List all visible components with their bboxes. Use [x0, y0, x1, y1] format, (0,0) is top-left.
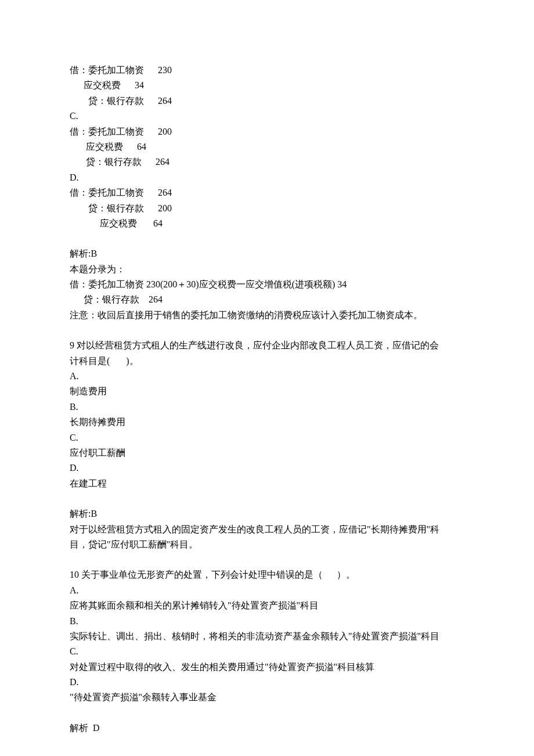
option-c-text: 对处置过程中取得的收入、发生的相关费用通过"待处置资产损溢"科目核算	[70, 660, 470, 675]
q9-stem: 9 对以经营租赁方式租人的生产线进行改良，应付企业内部改良工程人员工资，应借记的…	[70, 338, 470, 353]
text-line: 借：委托加工物资 230	[70, 63, 470, 78]
text-line: 贷：银行存款 200	[70, 201, 470, 216]
text-line: 对于以经营租赁方式租入的固定资产发生的改良工程人员的工资，应借记"长期待摊费用"…	[70, 522, 470, 537]
text-line: 应交税费 64	[70, 139, 470, 154]
entry-pre-block: 借：委托加工物资 230 应交税费 34 贷：银行存款 264 C. 借：委托加…	[70, 63, 470, 231]
text-line: 注意：收回后直接用于销售的委托加工物资缴纳的消费税应该计入委托加工物资成本。	[70, 308, 470, 323]
text-line: 借：委托加工物资 264	[70, 185, 470, 200]
option-d-label: D.	[70, 170, 470, 185]
q9-analysis-block: 解析:B 对于以经营租赁方式租入的固定资产发生的改良工程人员的工资，应借记"长期…	[70, 506, 470, 552]
option-d-label: D.	[70, 460, 470, 476]
option-c-label: C.	[70, 430, 470, 445]
option-a-label: A.	[70, 583, 470, 598]
option-a-text: 制造费用	[70, 384, 470, 399]
option-b-text: 长期待摊费用	[70, 415, 470, 430]
q10-stem: 10 关于事业单位无形资产的处置，下列会计处理中错误的是（ ）。	[70, 567, 470, 582]
option-c-label: C.	[70, 109, 470, 124]
option-b-text: 实际转让、调出、捐出、核销时，将相关的非流动资产基金余额转入"待处置资产损溢"科…	[70, 629, 470, 644]
text-line: 借：委托加工物资 200	[70, 124, 470, 139]
q9-stem: 计科目是( )。	[70, 354, 470, 369]
q10-block: 10 关于事业单位无形资产的处置，下列会计处理中错误的是（ ）。 A. 应将其账…	[70, 567, 470, 705]
option-b-label: B.	[70, 399, 470, 415]
option-b-label: B.	[70, 614, 470, 629]
q10-analysis-block: 解析 D	[70, 721, 470, 736]
option-d-text: 在建工程	[70, 476, 470, 491]
analysis-label: 解析:B	[70, 246, 470, 261]
option-c-label: C.	[70, 644, 470, 659]
spacer	[70, 323, 470, 338]
text-line: 本题分录为：	[70, 262, 470, 277]
q9-block: 9 对以经营租赁方式租人的生产线进行改良，应付企业内部改良工程人员工资，应借记的…	[70, 338, 470, 491]
document-page: 借：委托加工物资 230 应交税费 34 贷：银行存款 264 C. 借：委托加…	[0, 0, 534, 756]
spacer	[70, 231, 470, 246]
option-d-label: D.	[70, 675, 470, 690]
spacer	[70, 705, 470, 721]
text-line: 借：委托加工物资 230(200＋30)应交税费一应交增值税(进项税额) 34	[70, 277, 470, 292]
spacer	[70, 552, 470, 567]
analysis-label: 解析 D	[70, 721, 470, 736]
spacer	[70, 491, 470, 506]
text-line: 应交税费 34	[70, 78, 470, 93]
text-line: 目，贷记"应付职工薪酬"科目。	[70, 537, 470, 552]
option-a-text: 应将其账面余额和相关的累计摊销转入"待处置资产损溢"科目	[70, 598, 470, 613]
option-d-text: "待处置资产损溢"余额转入事业基金	[70, 690, 470, 705]
text-line: 贷：银行存款 264	[70, 93, 470, 109]
text-line: 应交税费 64	[70, 216, 470, 231]
analysis-label: 解析:B	[70, 506, 470, 521]
option-c-text: 应付职工薪酬	[70, 445, 470, 460]
analysis8-block: 解析:B 本题分录为： 借：委托加工物资 230(200＋30)应交税费一应交增…	[70, 246, 470, 323]
text-line: 贷：银行存款 264	[70, 154, 470, 170]
text-line: 贷：银行存款 264	[70, 292, 470, 307]
option-a-label: A.	[70, 369, 470, 384]
